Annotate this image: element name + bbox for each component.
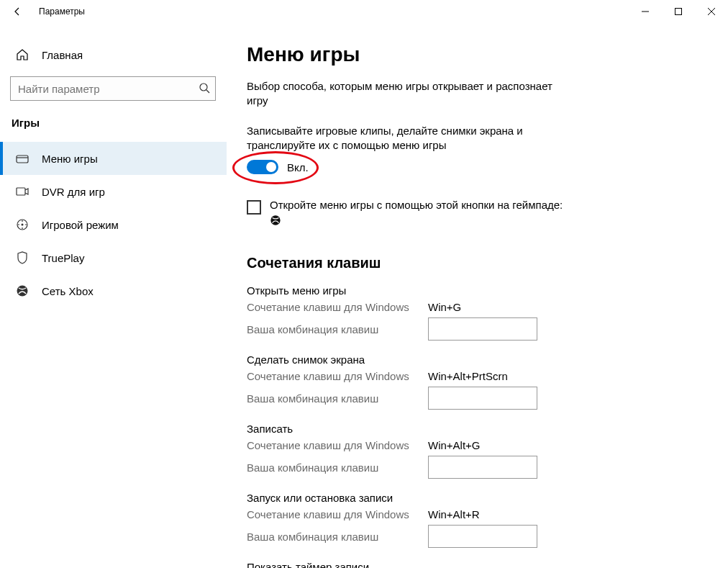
shortcut-title: Показать таймер записи xyxy=(247,561,714,568)
home-icon xyxy=(16,48,29,61)
svg-point-10 xyxy=(270,215,280,225)
gamebar-toggle[interactable] xyxy=(247,160,278,174)
shortcut-group: Записать Сочетание клавиш для WindowsWin… xyxy=(247,423,714,479)
page-description: Выбор способа, которым меню игры открыва… xyxy=(247,79,570,108)
shortcut-your-label: Ваша комбинация клавиш xyxy=(247,531,428,543)
shortcut-win-label: Сочетание клавиш для Windows xyxy=(247,301,428,313)
titlebar: Параметры xyxy=(0,0,728,23)
shortcut-your-label: Ваша комбинация клавиш xyxy=(247,461,428,474)
sidebar-item-label: Сеть Xbox xyxy=(42,285,94,297)
shortcuts-heading: Сочетания клавиш xyxy=(247,255,714,271)
sidebar-item-label: DVR для игр xyxy=(42,186,105,198)
sidebar-item-label: Игровой режим xyxy=(42,219,119,231)
svg-line-3 xyxy=(206,90,209,93)
svg-point-8 xyxy=(22,224,24,226)
shortcut-group: Открыть меню игры Сочетание клавиш для W… xyxy=(247,284,714,341)
shortcut-input[interactable] xyxy=(428,456,537,479)
shortcut-win-label: Сочетание клавиш для Windows xyxy=(247,370,428,382)
sidebar-item-trueplay[interactable]: TruePlay xyxy=(0,241,227,274)
toggle-label: Вкл. xyxy=(287,161,309,173)
page-heading: Меню игры xyxy=(247,43,714,66)
shortcut-win-value: Win+Alt+PrtScrn xyxy=(428,370,508,382)
gamepad-checkbox-label: Откройте меню игры с помощью этой кнопки… xyxy=(270,199,563,211)
shortcut-win-value: Win+G xyxy=(428,301,461,313)
trueplay-icon xyxy=(16,251,29,264)
svg-point-2 xyxy=(200,84,207,91)
shortcut-win-label: Сочетание клавиш для Windows xyxy=(247,508,428,520)
sidebar-nav: Меню игры DVR для игр Игровой режим True… xyxy=(10,142,227,307)
sidebar-item-xboxnet[interactable]: Сеть Xbox xyxy=(0,274,227,307)
sidebar: Главная Игры Меню игры DVR для игр xyxy=(0,23,227,568)
search-box[interactable] xyxy=(10,76,216,101)
sidebar-item-label: Меню игры xyxy=(42,153,98,165)
gamemode-icon xyxy=(16,218,29,231)
dvr-icon xyxy=(16,185,29,198)
close-icon xyxy=(708,8,715,15)
shortcut-input[interactable] xyxy=(428,387,537,410)
back-button[interactable] xyxy=(0,0,35,23)
gamebar-icon xyxy=(16,152,29,165)
maximize-button[interactable] xyxy=(662,0,695,23)
svg-rect-1 xyxy=(675,9,682,15)
shortcut-group: Запуск или остановка записи Сочетание кл… xyxy=(247,492,714,548)
shortcut-group: Показать таймер записи Сочетание клавиш … xyxy=(247,561,714,568)
maximize-icon xyxy=(675,8,682,15)
sidebar-home[interactable]: Главная xyxy=(10,40,227,69)
minimize-button[interactable] xyxy=(629,0,662,23)
minimize-icon xyxy=(642,8,649,15)
sidebar-item-gamebar[interactable]: Меню игры xyxy=(0,142,227,175)
svg-rect-4 xyxy=(17,155,28,163)
sidebar-item-label: TruePlay xyxy=(42,252,84,264)
shortcut-title: Записать xyxy=(247,423,714,435)
shortcut-input[interactable] xyxy=(428,525,537,548)
shortcut-win-value: Win+Alt+R xyxy=(428,508,480,520)
shortcut-win-value: Win+Alt+G xyxy=(428,439,481,451)
sidebar-item-dvr[interactable]: DVR для игр xyxy=(0,175,227,208)
sidebar-item-gamemode[interactable]: Игровой режим xyxy=(0,208,227,241)
gamepad-checkbox[interactable] xyxy=(247,200,261,215)
window-title: Параметры xyxy=(39,6,85,17)
xbox-icon xyxy=(16,284,29,297)
shortcut-title: Открыть меню игры xyxy=(247,284,714,297)
shortcut-input[interactable] xyxy=(428,317,537,341)
shortcut-group: Сделать снимок экрана Сочетание клавиш д… xyxy=(247,353,714,410)
shortcut-your-label: Ваша комбинация клавиш xyxy=(247,323,428,335)
content: Меню игры Выбор способа, которым меню иг… xyxy=(227,23,728,568)
sidebar-home-label: Главная xyxy=(42,49,83,61)
shortcut-win-label: Сочетание клавиш для Windows xyxy=(247,439,428,451)
svg-rect-6 xyxy=(17,188,25,195)
search-input[interactable] xyxy=(10,76,216,101)
close-button[interactable] xyxy=(695,0,728,23)
shortcut-your-label: Ваша комбинация клавиш xyxy=(247,392,428,405)
sidebar-group-label: Игры xyxy=(10,117,227,129)
search-icon xyxy=(199,82,210,94)
svg-point-9 xyxy=(17,286,28,297)
arrow-left-icon xyxy=(12,6,23,17)
shortcut-title: Сделать снимок экрана xyxy=(247,353,714,366)
shortcut-title: Запуск или остановка записи xyxy=(247,492,714,504)
toggle-description: Записывайте игровые клипы, делайте снимк… xyxy=(247,124,570,153)
xbox-button-icon xyxy=(270,215,563,226)
